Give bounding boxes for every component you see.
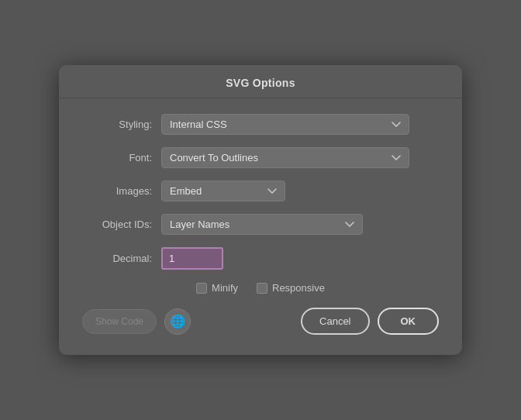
- font-control: Convert To Outlines SVG Adobe CEF: [161, 147, 409, 168]
- dialog-title: SVG Options: [226, 77, 295, 89]
- images-select[interactable]: Embed Link Preserve: [161, 181, 285, 201]
- images-label: Images:: [82, 185, 152, 197]
- styling-select[interactable]: Internal CSS External CSS Presentation A…: [161, 114, 409, 135]
- dialog-body: Styling: Internal CSS External CSS Prese…: [59, 98, 462, 355]
- minify-checkbox[interactable]: [196, 283, 207, 294]
- objectids-row: Object IDs: Layer Names Minimal: [82, 214, 439, 235]
- ok-button[interactable]: OK: [378, 308, 440, 335]
- show-code-button[interactable]: Show Code: [82, 309, 157, 334]
- styling-row: Styling: Internal CSS External CSS Prese…: [82, 114, 439, 135]
- decimal-row: Decimal:: [82, 247, 439, 270]
- responsive-checkbox[interactable]: [257, 283, 267, 294]
- decimal-input[interactable]: [161, 247, 223, 270]
- objectids-select[interactable]: Layer Names Minimal: [161, 214, 363, 235]
- styling-control: Internal CSS External CSS Presentation A…: [161, 114, 409, 135]
- font-label: Font:: [82, 152, 152, 164]
- responsive-checkbox-item[interactable]: Responsive: [257, 282, 325, 294]
- responsive-label: Responsive: [272, 282, 325, 294]
- decimal-wrapper: [161, 247, 223, 270]
- font-row: Font: Convert To Outlines SVG Adobe CEF: [82, 147, 439, 168]
- objectids-control: Layer Names Minimal: [161, 214, 409, 235]
- globe-button[interactable]: 🌐: [164, 308, 191, 335]
- objectids-label: Object IDs:: [82, 219, 152, 230]
- minify-checkbox-item[interactable]: Minify: [196, 282, 238, 294]
- title-bar: SVG Options: [59, 65, 462, 98]
- button-row: Show Code 🌐 Cancel OK: [82, 308, 439, 339]
- globe-icon: 🌐: [170, 314, 185, 329]
- images-control: Embed Link Preserve: [161, 181, 409, 201]
- checkbox-row: Minify Responsive: [82, 282, 439, 294]
- cancel-button[interactable]: Cancel: [301, 308, 369, 335]
- minify-label: Minify: [212, 282, 238, 294]
- images-row: Images: Embed Link Preserve: [82, 181, 439, 201]
- svg-options-dialog: SVG Options Styling: Internal CSS Extern…: [59, 65, 462, 355]
- font-select[interactable]: Convert To Outlines SVG Adobe CEF: [161, 147, 409, 168]
- decimal-label: Decimal:: [82, 253, 152, 264]
- styling-label: Styling:: [82, 119, 152, 130]
